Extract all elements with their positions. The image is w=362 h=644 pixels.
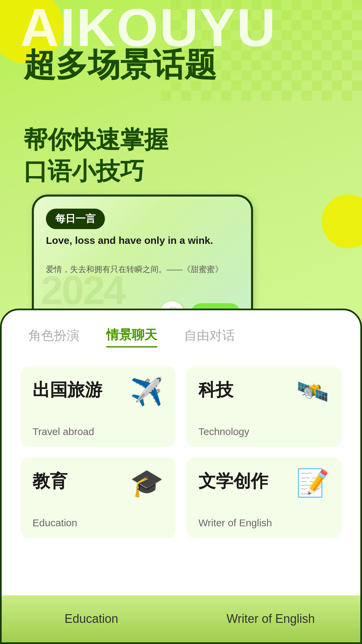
category-cn-education: 教育 bbox=[33, 470, 67, 493]
category-en-technology: Technology bbox=[198, 426, 329, 437]
category-cn-writing: 文学创作 bbox=[198, 470, 268, 493]
bottom-strip-writer: Writer of English bbox=[181, 595, 360, 642]
category-cn-travel: 出国旅游 bbox=[33, 378, 102, 402]
tab-free-talk[interactable]: 自由对话 bbox=[184, 327, 235, 347]
category-card-travel[interactable]: 出国旅游 ✈️ Travel abroad bbox=[20, 366, 176, 447]
daily-badge: 每日一言 bbox=[46, 209, 105, 229]
top-section: AIKOUYU 超多场景话题 帮你快速掌握 口语小技巧 每日一言 Love, l… bbox=[0, 0, 362, 322]
tab-scene-chat[interactable]: 情景聊天 bbox=[106, 326, 157, 347]
tabs-row: 角色扮演 情景聊天 自由对话 bbox=[2, 310, 360, 354]
category-header-writing: 文学创作 📝 bbox=[198, 470, 329, 496]
category-en-travel: Travel abroad bbox=[33, 426, 164, 437]
bottom-strip-education: Education bbox=[2, 595, 181, 642]
tab-role-play[interactable]: 角色扮演 bbox=[28, 327, 79, 347]
airplane-icon: ✈️ bbox=[130, 378, 164, 405]
category-en-education: Education bbox=[33, 517, 164, 529]
sub-heading-line2: 口语小技巧 bbox=[23, 156, 168, 187]
quote-english: Love, loss and have only in a wink. bbox=[46, 233, 239, 248]
sub-heading: 帮你快速掌握 口语小技巧 bbox=[23, 124, 168, 187]
writing-icon: 📝 bbox=[296, 470, 329, 496]
main-heading: 超多场景话题 bbox=[23, 47, 217, 83]
bottom-strip: Education Writer of English bbox=[2, 595, 360, 642]
graduation-icon: 🎓 bbox=[130, 470, 164, 496]
category-header-travel: 出国旅游 ✈️ bbox=[33, 378, 164, 405]
bottom-panel: 角色扮演 情景聊天 自由对话 出国旅游 ✈️ Travel abroad 科技 … bbox=[0, 309, 362, 644]
category-header-education: 教育 🎓 bbox=[33, 470, 164, 496]
category-cn-technology: 科技 bbox=[198, 378, 233, 402]
category-grid: 出国旅游 ✈️ Travel abroad 科技 🛰️ Technology 教… bbox=[2, 361, 360, 543]
year-watermark: 2024 bbox=[41, 267, 125, 313]
category-card-technology[interactable]: 科技 🛰️ Technology bbox=[186, 366, 342, 447]
category-card-education[interactable]: 教育 🎓 Education bbox=[20, 458, 176, 538]
sub-heading-line1: 帮你快速掌握 bbox=[23, 124, 168, 156]
yellow-blob-right-mid bbox=[322, 195, 362, 248]
category-en-writing: Writer of English bbox=[198, 517, 329, 529]
satellite-icon: 🛰️ bbox=[296, 378, 329, 405]
category-header-technology: 科技 🛰️ bbox=[198, 378, 329, 405]
phone-mockup-card: 每日一言 Love, loss and have only in a wink.… bbox=[32, 195, 253, 322]
category-card-writing[interactable]: 文学创作 📝 Writer of English bbox=[186, 458, 342, 538]
